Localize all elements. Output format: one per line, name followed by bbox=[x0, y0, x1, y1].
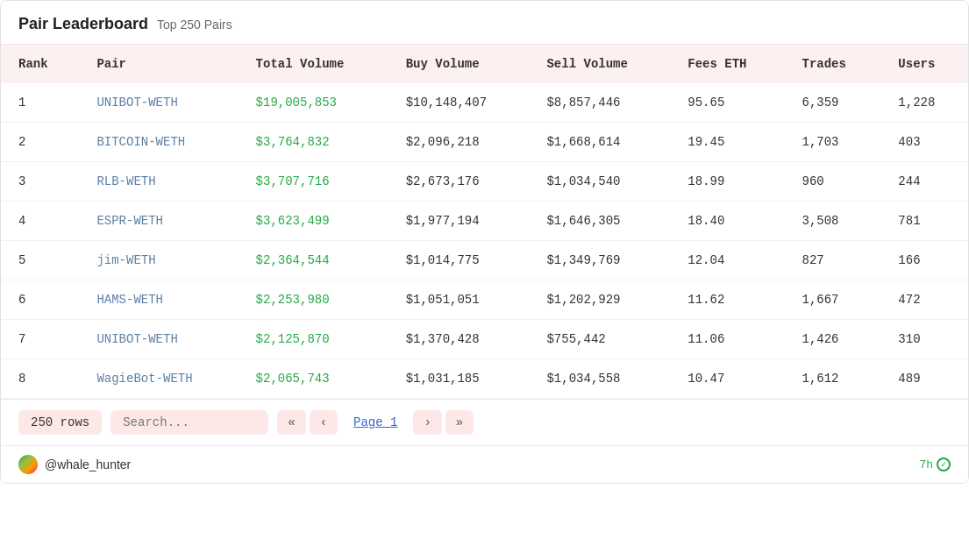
pair-link[interactable]: WagieBot-WETH bbox=[96, 372, 192, 386]
cell-buy-volume: $1,977,194 bbox=[388, 202, 530, 241]
table-row: 1UNIBOT-WETH$19,005,853$10,148,407$8,857… bbox=[1, 83, 968, 123]
cell-trades: 827 bbox=[785, 241, 881, 280]
table-body: 1UNIBOT-WETH$19,005,853$10,148,407$8,857… bbox=[1, 83, 968, 399]
cell-rank: 3 bbox=[1, 162, 79, 202]
pair-link[interactable]: UNIBOT-WETH bbox=[96, 332, 177, 346]
pair-link[interactable]: HAMS-WETH bbox=[96, 293, 163, 307]
username-label: @whale_hunter bbox=[45, 457, 131, 471]
cell-users: 1,228 bbox=[880, 83, 968, 123]
current-page-label[interactable]: Page 1 bbox=[341, 410, 410, 435]
rows-count-badge: 250 rows bbox=[18, 410, 102, 435]
cell-total-volume: $2,253,980 bbox=[239, 280, 388, 320]
cell-users: 472 bbox=[880, 280, 968, 320]
pair-link[interactable]: jim-WETH bbox=[96, 253, 155, 267]
table-row: 8WagieBot-WETH$2,065,743$1,031,185$1,034… bbox=[1, 359, 968, 399]
leaderboard-table: Rank Pair Total Volume Buy Volume Sell V… bbox=[1, 45, 968, 399]
prev-page-button[interactable]: ‹ bbox=[310, 410, 338, 435]
cell-users: 489 bbox=[880, 359, 968, 399]
cell-rank: 7 bbox=[1, 320, 79, 359]
col-sell-volume: Sell Volume bbox=[529, 45, 670, 83]
cell-fees-eth: 11.62 bbox=[670, 280, 784, 320]
last-page-button[interactable]: » bbox=[445, 410, 474, 435]
cell-total-volume: $19,005,853 bbox=[239, 83, 388, 123]
page-title: Pair Leaderboard bbox=[18, 15, 148, 33]
cell-total-volume: $2,065,743 bbox=[239, 359, 388, 399]
cell-fees-eth: 10.47 bbox=[670, 359, 784, 399]
table-row: 4ESPR-WETH$3,623,499$1,977,194$1,646,305… bbox=[1, 202, 968, 241]
cell-trades: 3,508 bbox=[785, 202, 881, 241]
cell-trades: 1,612 bbox=[785, 359, 881, 399]
time-label: 7h bbox=[919, 458, 933, 471]
cell-fees-eth: 18.40 bbox=[670, 202, 784, 241]
cell-fees-eth: 19.45 bbox=[670, 123, 784, 162]
cell-trades: 960 bbox=[785, 162, 881, 202]
avatar bbox=[18, 455, 38, 474]
cell-fees-eth: 95.65 bbox=[670, 83, 784, 123]
cell-total-volume: $2,125,870 bbox=[239, 320, 388, 359]
cell-users: 403 bbox=[880, 123, 968, 162]
cell-sell-volume: $1,034,558 bbox=[529, 359, 670, 399]
cell-trades: 1,667 bbox=[785, 280, 881, 320]
cell-sell-volume: $755,442 bbox=[529, 320, 670, 359]
cell-trades: 6,359 bbox=[785, 83, 881, 123]
col-buy-volume: Buy Volume bbox=[388, 45, 530, 83]
cell-users: 310 bbox=[880, 320, 968, 359]
cell-total-volume: $2,364,544 bbox=[239, 241, 388, 280]
table-row: 7UNIBOT-WETH$2,125,870$1,370,428$755,442… bbox=[1, 320, 968, 359]
cell-pair: WagieBot-WETH bbox=[79, 359, 238, 399]
cell-buy-volume: $1,031,185 bbox=[388, 359, 530, 399]
cell-pair: UNIBOT-WETH bbox=[79, 320, 238, 359]
cell-total-volume: $3,623,499 bbox=[239, 202, 388, 241]
cell-rank: 8 bbox=[1, 359, 79, 399]
time-badge: 7h ✓ bbox=[919, 457, 951, 471]
cell-rank: 4 bbox=[1, 202, 79, 241]
col-users: Users bbox=[880, 45, 968, 83]
cell-trades: 1,703 bbox=[785, 123, 881, 162]
pair-link[interactable]: UNIBOT-WETH bbox=[96, 96, 177, 110]
cell-users: 166 bbox=[880, 241, 968, 280]
cell-pair: ESPR-WETH bbox=[79, 202, 238, 241]
cell-total-volume: $3,764,832 bbox=[239, 123, 388, 162]
cell-buy-volume: $10,148,407 bbox=[388, 83, 530, 123]
table-wrapper: Rank Pair Total Volume Buy Volume Sell V… bbox=[1, 45, 968, 399]
check-circle-icon: ✓ bbox=[937, 457, 951, 471]
cell-sell-volume: $1,349,769 bbox=[529, 241, 670, 280]
cell-pair: BITCOIN-WETH bbox=[79, 123, 238, 162]
cell-rank: 5 bbox=[1, 241, 79, 280]
cell-total-volume: $3,707,716 bbox=[239, 162, 388, 202]
table-header-row: Rank Pair Total Volume Buy Volume Sell V… bbox=[1, 45, 968, 83]
col-trades: Trades bbox=[785, 45, 881, 83]
pair-link[interactable]: RLB-WETH bbox=[96, 174, 155, 188]
cell-rank: 6 bbox=[1, 280, 79, 320]
user-info: @whale_hunter bbox=[18, 455, 131, 474]
table-row: 2BITCOIN-WETH$3,764,832$2,096,218$1,668,… bbox=[1, 123, 968, 162]
cell-rank: 2 bbox=[1, 123, 79, 162]
header: Pair Leaderboard Top 250 Pairs bbox=[1, 1, 968, 45]
cell-buy-volume: $1,370,428 bbox=[388, 320, 530, 359]
cell-users: 781 bbox=[880, 202, 968, 241]
cell-sell-volume: $1,202,929 bbox=[529, 280, 670, 320]
table-row: 5jim-WETH$2,364,544$1,014,775$1,349,7691… bbox=[1, 241, 968, 280]
cell-sell-volume: $1,034,540 bbox=[529, 162, 670, 202]
cell-fees-eth: 12.04 bbox=[670, 241, 784, 280]
main-container: Pair Leaderboard Top 250 Pairs Rank Pair… bbox=[0, 0, 969, 484]
table-row: 6HAMS-WETH$2,253,980$1,051,051$1,202,929… bbox=[1, 280, 968, 320]
cell-fees-eth: 11.06 bbox=[670, 320, 784, 359]
next-page-button[interactable]: › bbox=[413, 410, 441, 435]
cell-pair: UNIBOT-WETH bbox=[79, 83, 238, 123]
bottom-bar: @whale_hunter 7h ✓ bbox=[1, 445, 968, 483]
cell-buy-volume: $1,051,051 bbox=[388, 280, 530, 320]
cell-fees-eth: 18.99 bbox=[670, 162, 784, 202]
cell-sell-volume: $1,668,614 bbox=[529, 123, 670, 162]
table-footer: 250 rows « ‹ Page 1 › » bbox=[1, 399, 968, 445]
col-total-volume: Total Volume bbox=[239, 45, 388, 83]
pair-link[interactable]: ESPR-WETH bbox=[96, 214, 163, 228]
col-rank: Rank bbox=[1, 45, 79, 83]
cell-buy-volume: $2,673,176 bbox=[388, 162, 530, 202]
pair-link[interactable]: BITCOIN-WETH bbox=[96, 135, 185, 149]
first-page-button[interactable]: « bbox=[277, 410, 305, 435]
cell-rank: 1 bbox=[1, 83, 79, 123]
search-input[interactable] bbox=[110, 410, 268, 435]
cell-pair: HAMS-WETH bbox=[79, 280, 238, 320]
cell-sell-volume: $8,857,446 bbox=[529, 83, 670, 123]
